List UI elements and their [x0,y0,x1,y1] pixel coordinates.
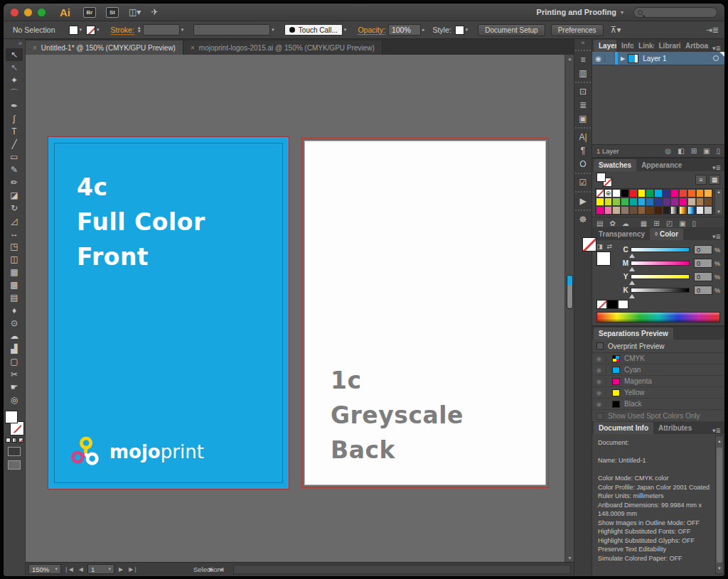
artboard-back[interactable]: 1cGreyscaleBack [304,141,546,485]
direct-selection-tool[interactable]: ↖ [6,61,23,74]
opacity-field[interactable]: 100% [388,24,421,36]
eyedropper-tool[interactable]: ♦ [6,304,23,317]
new-swatch-icon[interactable]: ▣ [679,220,685,227]
layer-lock-cell[interactable] [605,52,615,65]
channel-slider-thumb[interactable] [629,267,635,271]
white-swatch[interactable] [618,300,628,309]
bridge-button[interactable]: Br [83,7,96,18]
color-swatch[interactable] [604,206,613,215]
spot-colors-only-checkbox[interactable] [596,413,604,420]
character-panel-icon[interactable]: A| [576,130,590,144]
delete-layer-icon[interactable]: ▯ [716,147,720,155]
new-color-group-icon[interactable]: ◰ [666,220,673,227]
color-swatch[interactable] [621,197,629,206]
color-swatch[interactable] [612,206,621,215]
color-swatch[interactable] [670,206,679,215]
show-swatch-kinds-icon[interactable]: ▦ [641,220,647,227]
layer-row[interactable]: ◉ ▶ Layer 1 [592,52,724,65]
tab-color[interactable]: ◊Color [650,228,683,240]
color-swatch[interactable] [596,189,604,197]
attributes-panel-icon[interactable]: ☑ [576,175,590,189]
plate-visibility-eye-icon[interactable]: ◉ [592,389,606,396]
paintbrush-tool[interactable]: ✎ [6,163,23,176]
swap-fill-stroke-icon[interactable]: ⇄ [607,243,613,250]
close-window-button[interactable] [11,9,18,16]
plate-row[interactable]: ◉Black [592,399,724,410]
color-swatch[interactable] [596,197,604,206]
mesh-tool[interactable]: ▩ [6,278,23,291]
color-swatch[interactable] [654,206,663,215]
color-swatch[interactable] [621,206,629,215]
slice-tool[interactable]: ✂ [6,368,23,381]
color-swatch[interactable] [612,197,621,206]
channel-slider[interactable] [631,247,690,252]
toolbar-fill-stroke[interactable] [5,411,23,435]
tab-layers[interactable]: Layers [594,40,616,52]
close-tab-icon[interactable]: × [191,44,195,52]
drawing-mode-button[interactable] [8,447,21,456]
scroll-up-icon[interactable]: ▲ [565,56,574,61]
black-swatch[interactable] [607,300,618,309]
grid-view-button[interactable]: ▦ [709,175,720,185]
scroll-down-icon[interactable]: ▼ [565,556,574,561]
plate-row[interactable]: ◉Magenta [592,376,724,387]
color-swatch[interactable] [654,197,663,206]
canvas-horizontal-scrollbar[interactable] [233,565,571,574]
minimize-window-button[interactable] [24,9,32,16]
rotate-tool[interactable]: ↻ [6,202,23,215]
document-tab[interactable]: ×Untitled-1* @ 150% (CMYK/GPU Preview) [26,40,183,55]
width-tool[interactable]: ↔ [6,227,23,240]
opacity-label[interactable]: Opacity: [358,26,385,35]
shape-builder-tool[interactable]: ◫ [6,253,23,266]
pathfinder-panel-icon[interactable]: ▣ [576,112,590,125]
color-swatch[interactable] [604,197,613,206]
gpu-performance-icon[interactable]: ✈ [151,7,158,17]
column-graph-tool[interactable]: ▟ [6,342,23,355]
status-display[interactable]: Selection [193,566,221,573]
layer-visibility-eye-icon[interactable]: ◉ [592,55,605,63]
pen-tool[interactable]: ✒ [6,99,23,112]
swatch-scrollbar[interactable]: ▲▼ [714,188,723,215]
brush-definition-field[interactable] [193,24,270,36]
color-swatch[interactable] [638,197,646,206]
close-tab-icon[interactable]: × [33,44,37,52]
search-input[interactable] [633,7,717,18]
align-panel-icon[interactable]: ≣ [576,98,590,112]
zoom-window-button[interactable] [38,9,46,16]
next-artboard-icon[interactable]: ▶ [119,566,123,573]
tab-document-info[interactable]: Document Info [594,422,653,434]
make-clipping-mask-icon[interactable]: ◧ [678,147,684,155]
plate-row[interactable]: ◉Yellow [592,387,724,399]
gradient-panel-icon[interactable]: ▥ [576,66,590,80]
tab-artboards[interactable]: Artboards [680,40,709,52]
shaper-tool[interactable]: ✏ [6,176,23,189]
color-swatch[interactable] [621,189,629,197]
plate-visibility-eye-icon[interactable]: ◉ [592,367,606,374]
document-setup-button[interactable]: Document Setup [478,24,545,36]
stroke-weight-label[interactable]: Stroke: [111,26,134,35]
swatches-fill-stroke[interactable] [596,173,612,187]
color-swatch[interactable] [704,206,712,215]
color-swatch[interactable] [612,189,621,197]
type-tool[interactable]: T [6,125,23,138]
channel-slider[interactable] [631,274,690,279]
hand-tool[interactable]: ☛ [6,381,23,394]
variable-width-profile-select[interactable]: Touch Call... [284,24,343,36]
color-swatch[interactable] [670,189,679,197]
di-scroll-up-icon[interactable]: ▲ [717,437,722,446]
color-swatch[interactable] [687,189,696,197]
stock-button[interactable]: St [106,7,119,18]
canvas-vertical-scrollbar[interactable]: ▲ ▼ [564,55,574,562]
fill-color-swatch[interactable] [69,26,78,35]
color-swatch[interactable] [596,206,604,215]
plate-row[interactable]: ◉CMYK [592,353,724,364]
curvature-tool[interactable]: ∫ [6,112,23,125]
color-swatch[interactable] [638,189,646,197]
control-panel-menu-icon[interactable]: ⇥≣ [706,26,719,35]
color-spectrum-bar[interactable] [596,312,720,323]
tab-separations-preview[interactable]: Separations Preview [594,328,673,340]
color-panel-menu-icon[interactable]: ▾≣ [709,233,724,240]
plate-visibility-eye-icon[interactable]: ◉ [592,355,606,362]
preferences-button[interactable]: Preferences [551,24,604,36]
color-swatch[interactable] [679,189,687,197]
